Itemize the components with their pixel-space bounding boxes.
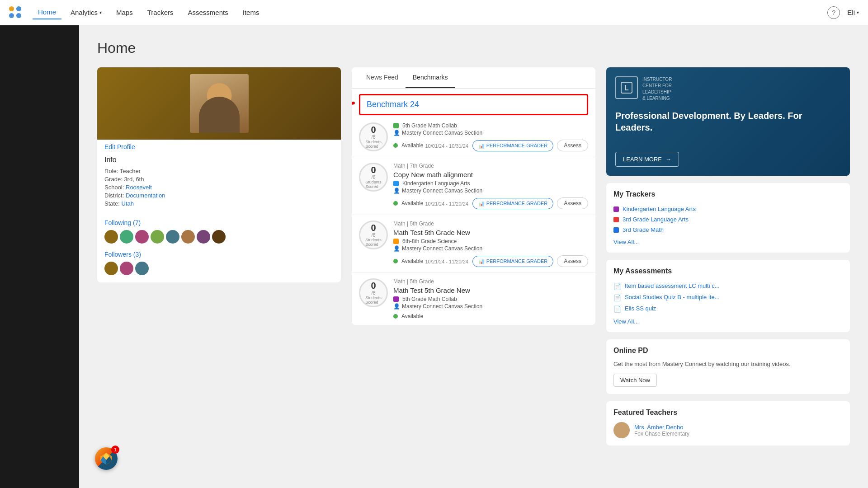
bench-sub-subject: Kindergarten Language Arts — [393, 180, 588, 187]
avatar[interactable] — [104, 230, 118, 244]
bench-title: Math Test 5th Grade New — [393, 286, 588, 294]
learn-more-button[interactable]: LEARN MORE → — [615, 152, 679, 167]
tabs-row: News Feed Benchmarks — [352, 67, 595, 89]
bench-meta: Math | 5th Grade — [393, 221, 588, 227]
performance-grader-button[interactable]: 📊 PERFORMANCE GRADER — [472, 140, 554, 151]
nav-trackers[interactable]: Trackers — [142, 6, 179, 19]
subject-color-tag — [393, 239, 399, 244]
profile-column: Edit Profile Info Role: Teacher Grade: 3… — [97, 67, 341, 282]
performance-grader-button[interactable]: 📊 PERFORMANCE GRADER — [472, 198, 554, 209]
assessment-link[interactable]: Item based assessment LC multi c... — [625, 282, 720, 289]
nav-items[interactable]: Items — [237, 6, 265, 19]
sidebar-left — [0, 25, 79, 488]
profile-card: Edit Profile Info Role: Teacher Grade: 3… — [97, 67, 341, 282]
document-icon: 📄 — [613, 283, 621, 290]
assessment-item: 📄 Elis SS quiz — [613, 303, 843, 314]
online-pd-widget: Online PD Get the most from Mastery Conn… — [606, 339, 850, 394]
document-icon: 📄 — [613, 305, 621, 313]
avatar[interactable] — [135, 262, 149, 275]
analytics-dropdown-icon: ▾ — [99, 10, 102, 15]
my-trackers-widget: My Trackers Kindergarten Language Arts 3… — [606, 183, 850, 253]
benchmarks-card: News Feed Benchmarks — [352, 67, 595, 325]
info-heading: Info — [104, 156, 334, 164]
tab-benchmarks[interactable]: Benchmarks — [406, 67, 455, 88]
tracker-color-tag — [613, 217, 619, 222]
help-button[interactable]: ? — [827, 6, 840, 19]
subject-color-tag — [393, 296, 399, 302]
nav-links: Home Analytics ▾ Maps Trackers Assessmen… — [33, 5, 827, 19]
performance-grader-button[interactable]: 📊 PERFORMANCE GRADER — [472, 256, 554, 267]
benchmarks-column: News Feed Benchmarks — [352, 67, 595, 325]
assessment-link[interactable]: Elis SS quiz — [625, 305, 656, 312]
person-icon: 👤 — [393, 303, 400, 310]
profile-info: Info Role: Teacher Grade: 3rd, 6th Schoo… — [97, 154, 341, 216]
edit-profile-link[interactable]: Edit Profile — [97, 140, 341, 154]
benchmark-details: Math | 5th Grade Math Test 5th Grade New… — [393, 221, 588, 267]
status-info: Available 10/01/24 - 10/31/24 — [393, 142, 468, 149]
tracker-link[interactable]: 3rd Grade Math — [623, 226, 664, 233]
following-section: Following (7) — [97, 216, 341, 247]
avatar[interactable] — [104, 262, 118, 275]
tracker-item[interactable]: 3rd Grade Math — [613, 225, 843, 235]
featured-teachers-widget: Featured Teachers Mrs. Amber Denbo Fox C… — [606, 401, 850, 446]
watch-now-button[interactable]: Watch Now — [613, 374, 657, 387]
status-info: Available 10/21/24 - 11/20/24 — [393, 200, 468, 206]
avatar[interactable] — [197, 230, 210, 244]
status-dot — [393, 314, 398, 319]
bench-actions: 📊 PERFORMANCE GRADER Assess — [472, 140, 588, 151]
tracker-item[interactable]: Kindergarten Language Arts — [613, 204, 843, 214]
notification-badge[interactable]: 1 — [95, 447, 118, 470]
view-all-assessments-link[interactable]: View All... — [613, 318, 843, 325]
score-circle: 0 /8 StudentsScored — [359, 278, 388, 307]
benchmark-search-box[interactable]: Benchmark 24 — [359, 94, 588, 115]
state-link[interactable]: Utah — [122, 200, 134, 207]
following-avatars — [104, 230, 334, 244]
nav-analytics[interactable]: Analytics ▾ — [65, 6, 107, 19]
assess-button[interactable]: Assess — [557, 255, 588, 267]
state-row: State: Utah — [104, 200, 334, 207]
grade-row: Grade: 3rd, 6th — [104, 176, 334, 183]
status-row: Available 10/01/24 - 10/31/24 📊 PERFORMA… — [393, 140, 588, 151]
bench-sub-subject: 5th Grade Math Collab — [393, 296, 588, 302]
teacher-school: Fox Chase Elementary — [634, 431, 689, 437]
avatar[interactable] — [212, 230, 226, 244]
gem-icon — [99, 452, 113, 465]
badge-icon: 1 — [95, 447, 118, 470]
benchmark-details: 5th Grade Math Collab 👤 Mastery Connect … — [393, 122, 588, 151]
assess-button[interactable]: Assess — [557, 197, 588, 209]
arrow-right-icon: → — [665, 156, 671, 163]
tracker-item[interactable]: 3rd Grade Language Arts — [613, 214, 843, 225]
nav-home[interactable]: Home — [33, 5, 61, 19]
avatar[interactable] — [135, 230, 149, 244]
bench-section: 5th Grade Math Collab — [393, 122, 588, 129]
teacher-name[interactable]: Mrs. Amber Denbo — [634, 424, 689, 431]
school-link[interactable]: Roosevelt — [126, 184, 152, 191]
profile-photo — [97, 67, 341, 140]
bench-title: Math Test 5th Grade New — [393, 229, 588, 236]
avatar[interactable] — [181, 230, 195, 244]
instructor-logo-icon: L — [620, 81, 633, 94]
nav-assessments[interactable]: Assessments — [183, 6, 234, 19]
app-logo[interactable] — [9, 6, 22, 19]
following-link[interactable]: Following (7) — [104, 219, 334, 226]
assessment-link[interactable]: Social Studies Quiz B - multiple ite... — [625, 294, 720, 300]
bench-actions: 📊 PERFORMANCE GRADER Assess — [472, 197, 588, 209]
school-row: School: Roosevelt — [104, 184, 334, 191]
avatar[interactable] — [120, 230, 133, 244]
bench-section-row: 👤 Mastery Connect Canvas Section — [393, 188, 588, 194]
benchmark-item: 0 /8 StudentsScored 5th Grade Math Colla… — [352, 117, 595, 157]
avatar[interactable] — [151, 230, 164, 244]
teacher-info: Mrs. Amber Denbo Fox Chase Elementary — [634, 424, 689, 437]
avatar[interactable] — [120, 262, 133, 275]
view-all-trackers-link[interactable]: View All... — [613, 239, 843, 245]
tracker-link[interactable]: 3rd Grade Language Arts — [623, 216, 689, 223]
district-link[interactable]: Documentation — [126, 192, 165, 199]
avatar[interactable] — [166, 230, 179, 244]
tab-newsfeed[interactable]: News Feed — [359, 67, 406, 88]
tracker-link[interactable]: Kindergarten Language Arts — [623, 206, 696, 212]
assess-button[interactable]: Assess — [557, 140, 588, 151]
nav-maps[interactable]: Maps — [111, 6, 138, 19]
status-row: Available 10/21/24 - 11/20/24 📊 PERFORMA… — [393, 255, 588, 267]
user-menu[interactable]: Eli ▾ — [847, 9, 859, 16]
followers-link[interactable]: Followers (3) — [104, 251, 334, 258]
